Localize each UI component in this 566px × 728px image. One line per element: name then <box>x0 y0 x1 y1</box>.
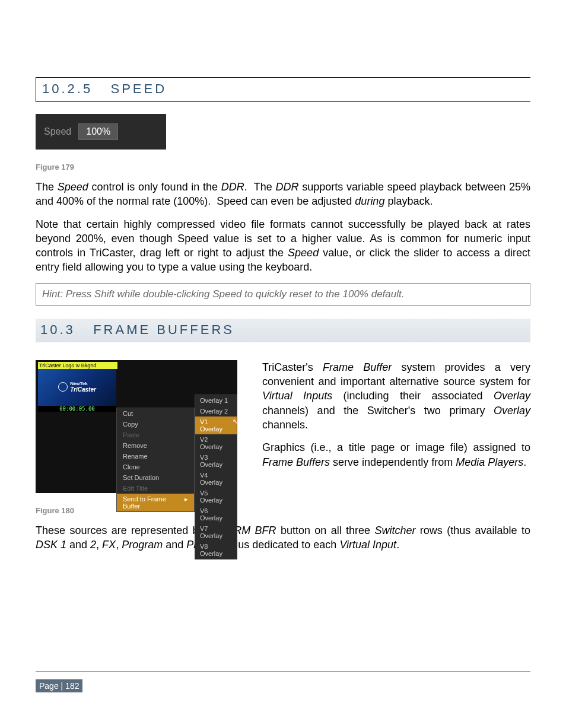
submenu-v8-overlay[interactable]: V8 Overlay <box>195 541 237 559</box>
submenu-v3-overlay[interactable]: V3 Overlay <box>195 452 237 470</box>
sect-number: 10.2.5 <box>42 81 93 96</box>
submenu-v1-overlay[interactable]: V1 Overlay ↖ <box>195 417 237 434</box>
menu-cut[interactable]: Cut <box>117 408 194 419</box>
speed-control[interactable]: Speed 100% <box>36 114 166 150</box>
context-menu[interactable]: Cut Copy Paste Remove Rename Clone Set D… <box>116 408 195 512</box>
hint-box: Hint: Press Shift while double-clicking … <box>36 283 530 306</box>
figure-179-caption: Figure 179 <box>36 163 530 171</box>
media-thumbnail[interactable]: TriCaster Logo w Bkgnd NewTek TriCaster … <box>38 364 116 410</box>
submenu-overlay1[interactable]: Overlay 1 <box>195 395 237 406</box>
fb-paragraph-2: Graphics (i.e., a title page or image fi… <box>262 440 530 469</box>
submenu-v4-overlay[interactable]: V4 Overlay <box>195 470 237 488</box>
speed-label: Speed <box>44 126 71 137</box>
paragraph-after: These sources are represented by the FRM… <box>36 523 530 552</box>
section-speed-header: 10.2.5 SPEED <box>36 78 530 102</box>
sect-title: SPEED <box>111 81 167 96</box>
menu-edit-title: Edit Title <box>117 483 194 494</box>
page-number: Page | 182 <box>36 679 82 692</box>
menu-clone[interactable]: Clone <box>117 462 194 472</box>
menu-send-to-frame-buffer[interactable]: Send to Frame Buffer ▸ <box>117 494 194 511</box>
menu-paste: Paste <box>117 430 194 440</box>
submenu-v6-overlay[interactable]: V6 Overlay <box>195 506 237 523</box>
submenu-overlay2[interactable]: Overlay 2 <box>195 406 237 417</box>
logo-bottom: TriCaster <box>70 386 96 393</box>
overlay-submenu[interactable]: Overlay 1 Overlay 2 V1 Overlay ↖ V2 Over… <box>195 395 237 559</box>
menu-copy[interactable]: Copy <box>117 419 194 430</box>
cursor-icon: ↖ <box>233 418 238 425</box>
figure-180-caption: Figure 180 <box>36 506 530 515</box>
submenu-arrow-icon: ▸ <box>185 495 188 510</box>
thumb-timecode: 00:00:05.00 <box>38 406 116 412</box>
footer-divider <box>36 671 530 672</box>
submenu-v7-overlay[interactable]: V7 Overlay <box>195 523 237 541</box>
menu-rename[interactable]: Rename <box>117 451 194 462</box>
paragraph-2: Note that certain highly compressed vide… <box>36 217 530 275</box>
fb-paragraph-1: TriCaster's Frame Buffer system provides… <box>262 360 530 432</box>
speed-value[interactable]: 100% <box>78 123 118 140</box>
menu-remove[interactable]: Remove <box>117 440 194 451</box>
sect-fb-title: FRAME BUFFERS <box>93 322 234 337</box>
logo-top: NewTek <box>70 381 96 386</box>
paragraph-1: The Speed control is only found in the D… <box>36 180 530 209</box>
thumb-title: TriCaster Logo w Bkgnd <box>38 362 117 369</box>
sect-fb-number: 10.3 <box>40 322 75 337</box>
frame-buffer-figure: TriCaster Logo w Bkgnd NewTek TriCaster … <box>36 360 237 493</box>
submenu-v5-overlay[interactable]: V5 Overlay <box>195 488 237 506</box>
submenu-v2-overlay[interactable]: V2 Overlay <box>195 434 237 452</box>
menu-set-duration[interactable]: Set Duration <box>117 472 194 483</box>
globe-icon <box>58 382 68 392</box>
section-fb-header: 10.3 FRAME BUFFERS <box>36 319 530 342</box>
